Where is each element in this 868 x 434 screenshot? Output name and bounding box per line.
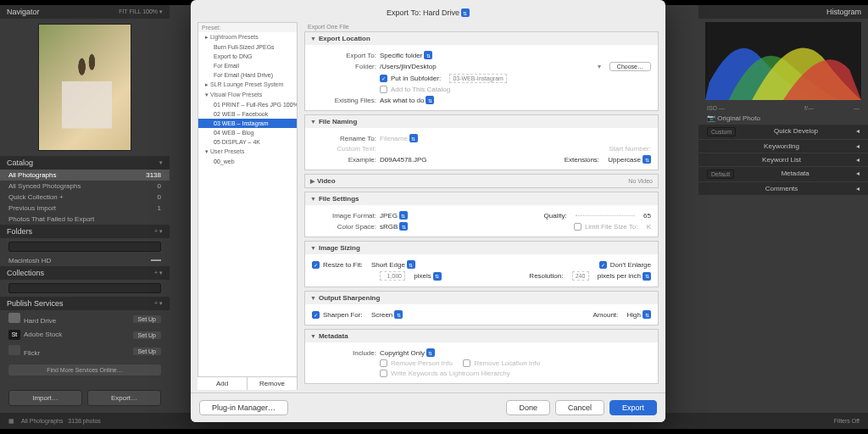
histogram[interactable] [705, 22, 861, 100]
catalog-item[interactable]: All Photographs3138 [0, 170, 170, 181]
section-file-naming: ▼File Naming Rename To:Filename ⇅ Custom… [304, 114, 659, 170]
preset-group[interactable]: ▾ Visual Flow Presets [198, 90, 297, 100]
grid-icon[interactable]: ▦ [8, 418, 14, 425]
remove-preset-button[interactable]: Remove [248, 377, 298, 387]
histogram-header[interactable]: Histogram [698, 5, 868, 19]
section-video: ▶VideoNo Video [304, 174, 659, 188]
navigator-header[interactable]: Navigator FIT FILL 100% ▾ [0, 5, 170, 19]
collection-filter-input[interactable] [8, 283, 161, 293]
keyword-list-header[interactable]: Keyword List◂ [698, 153, 868, 166]
export-count-label: Export One File [304, 22, 659, 31]
plugin-manager-button[interactable]: Plug-in Manager… [199, 400, 288, 415]
cancel-button[interactable]: Cancel [555, 400, 604, 415]
catalog-item[interactable]: All Synced Photographs0 [0, 181, 170, 192]
filter-label[interactable]: Filters Off [834, 418, 860, 424]
export-to-label: Export To: [387, 8, 420, 17]
catalog-item[interactable]: Previous Import1 [0, 203, 170, 214]
publish-header[interactable]: Publish Services+ ▾ [0, 297, 170, 310]
add-catalog-checkbox[interactable] [380, 86, 387, 93]
section-export-location: ▼Export Location Export To:Specific fold… [304, 31, 659, 111]
volume-row[interactable]: Macintosh HD▬▬ [0, 255, 170, 266]
metadata-header[interactable]: DefaultMetadata◂ [698, 167, 868, 181]
publish-service[interactable]: StAdobe StockSet Up [0, 327, 170, 342]
resize-fit-select[interactable]: Short Edge ⇅ [371, 260, 415, 269]
left-panel: Navigator FIT FILL 100% ▾ Catalog▾ All P… [0, 5, 170, 413]
dont-enlarge-checkbox[interactable]: ✓ [599, 261, 607, 269]
export-to-select[interactable]: Hard Drive ⇅ [423, 8, 470, 17]
catalog-item[interactable]: Photos That Failed to Export [0, 214, 170, 225]
sharpen-for-select[interactable]: Screen ⇅ [371, 310, 403, 319]
preset-item[interactable]: For Email (Hard Drive) [198, 70, 297, 80]
chevron-down-icon: FIT FILL 100% ▾ [119, 8, 163, 15]
setup-button[interactable]: Set Up [133, 348, 161, 355]
filmstrip-path[interactable]: All Photographs 3138 photos [21, 418, 101, 424]
preset-item[interactable]: Burn Full-Sized JPEGs [198, 42, 297, 52]
folders-header[interactable]: Folders+ ▾ [0, 225, 170, 238]
existing-files-select[interactable]: Ask what to do ⇅ [380, 96, 434, 104]
histogram-meta: ISO —f/—— [698, 103, 868, 113]
setup-button[interactable]: Set Up [133, 315, 161, 323]
export-settings: Export One File ▼Export Location Export … [304, 22, 659, 387]
preset-sidebar: Preset: ▸ Lightroom Presets Burn Full-Si… [198, 22, 298, 387]
subfolder-checkbox[interactable]: ✓ [380, 75, 387, 82]
extension-select[interactable]: Uppercase ⇅ [608, 155, 651, 164]
keywording-header[interactable]: Keywording◂ [698, 140, 868, 153]
export-location-select[interactable]: Specific folder ⇅ [380, 51, 432, 59]
navigator-title: Navigator [7, 8, 40, 16]
publish-service[interactable]: Hard DriveSet Up [0, 310, 170, 327]
preset-group[interactable]: ▾ User Presets [198, 147, 297, 157]
preset-item[interactable]: For Email [198, 61, 297, 70]
sharpen-amount-select[interactable]: High ⇅ [627, 310, 651, 319]
preset-group[interactable]: ▸ Lightroom Presets [198, 32, 297, 42]
preset-item[interactable]: 00_web [198, 157, 297, 166]
pixel-input[interactable]: 1,080 [380, 271, 405, 281]
preset-group[interactable]: ▸ SLR Lounge Preset System [198, 80, 297, 90]
choose-folder-button[interactable]: Choose… [609, 62, 651, 71]
import-button[interactable]: Import… [8, 390, 82, 406]
resolution-input[interactable]: 240 [572, 271, 589, 281]
section-image-sizing: ▼Image Sizing ✓Resize to Fit: Short Edge… [304, 241, 659, 287]
preset-item[interactable]: Export to DNG [198, 52, 297, 61]
export-dialog: Export To: Hard Drive ⇅ Preset: ▸ Lightr… [191, 0, 665, 422]
subfolder-input[interactable]: 03-WEB-Instagram [449, 74, 507, 83]
catalog-header[interactable]: Catalog▾ [0, 156, 170, 170]
publish-service[interactable]: FlickrSet Up [0, 342, 170, 359]
original-photo: 📷 Original Photo [698, 113, 868, 124]
preset-item[interactable]: 04 WEB – Blog [198, 128, 297, 137]
right-panel: Histogram ISO —f/—— 📷 Original Photo Cus… [698, 5, 868, 413]
folder-filter-input[interactable] [8, 242, 161, 252]
preset-item[interactable]: 01 PRINT – Full-Res JPG 100% [198, 100, 297, 109]
quick-develop-header[interactable]: CustomQuick Develop◂ [698, 125, 868, 139]
preset-item[interactable]: 05 DISPLAY – 4K [198, 137, 297, 147]
metadata-include-select[interactable]: Copyright Only ⇅ [380, 348, 435, 357]
quality-slider[interactable] [576, 215, 635, 216]
rename-select[interactable]: Filename ⇅ [380, 134, 418, 142]
export-button[interactable]: Export [609, 400, 657, 415]
done-button[interactable]: Done [506, 400, 550, 415]
preset-item[interactable]: 02 WEB – Facebook [198, 109, 297, 119]
catalog-list: All Photographs3138 All Synced Photograp… [0, 170, 170, 225]
comments-header[interactable]: Comments◂ [698, 182, 868, 195]
sharpen-checkbox[interactable]: ✓ [312, 311, 320, 319]
catalog-item[interactable]: Quick Collection +0 [0, 192, 170, 203]
colorspace-select[interactable]: sRGB ⇅ [380, 222, 408, 231]
folder-path: /Users/jlin/Desktop [380, 63, 437, 70]
limit-size-checkbox[interactable] [574, 223, 581, 231]
preset-header: Preset: [198, 23, 297, 32]
find-services-button[interactable]: Find More Services Online… [8, 364, 161, 376]
section-sharpening: ▼Output Sharpening ✓Sharpen For: Screen … [304, 291, 659, 326]
setup-button[interactable]: Set Up [133, 331, 161, 339]
section-file-settings: ▼File Settings Image Format:JPEG ⇅Qualit… [304, 192, 659, 237]
collections-header[interactable]: Collections+ ▾ [0, 266, 170, 280]
preset-item-selected[interactable]: 03 WEB – Instagram [198, 119, 297, 128]
add-preset-button[interactable]: Add [198, 377, 248, 387]
resize-checkbox[interactable]: ✓ [312, 261, 320, 269]
export-button[interactable]: Export… [87, 390, 161, 406]
format-select[interactable]: JPEG ⇅ [380, 211, 408, 220]
navigator-preview[interactable] [38, 24, 131, 151]
section-metadata: ▼Metadata Include:Copyright Only ⇅ ✓Remo… [304, 329, 659, 384]
